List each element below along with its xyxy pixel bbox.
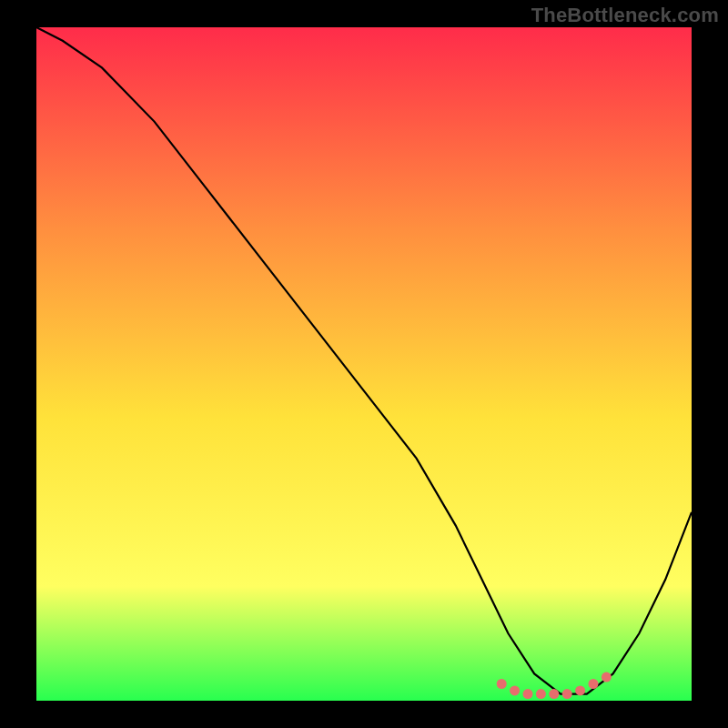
marker-dot bbox=[510, 685, 520, 695]
marker-dot bbox=[536, 689, 546, 699]
marker-dot bbox=[575, 685, 585, 695]
marker-dot bbox=[589, 679, 599, 689]
marker-dot bbox=[562, 689, 572, 699]
marker-dot bbox=[549, 689, 559, 699]
marker-dot bbox=[602, 672, 612, 682]
watermark-text: TheBottleneck.com bbox=[531, 4, 719, 27]
chart-frame: TheBottleneck.com bbox=[0, 0, 728, 728]
marker-dot bbox=[497, 679, 507, 689]
chart-svg bbox=[36, 27, 692, 701]
marker-dot bbox=[523, 689, 533, 699]
gradient-background bbox=[36, 27, 692, 701]
plot-area bbox=[36, 27, 692, 701]
